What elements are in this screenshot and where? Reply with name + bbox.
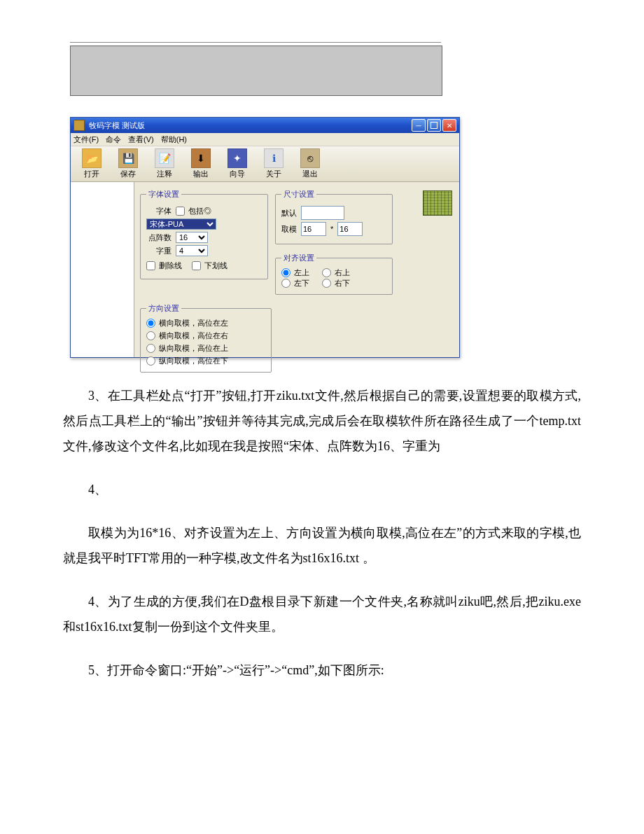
wizard-icon: ✦ — [227, 148, 247, 168]
info-icon: ℹ — [264, 148, 284, 168]
align-br-radio[interactable]: 右下 — [322, 278, 350, 289]
exit-icon: ⎋ — [300, 148, 320, 168]
font-select[interactable]: 宋体-PUA — [146, 218, 216, 230]
default-input[interactable] — [301, 206, 344, 220]
dir-legend: 方向设置 — [146, 303, 181, 314]
weight-select[interactable]: 4 — [176, 245, 208, 256]
about-button[interactable]: ℹ 关于 — [258, 148, 289, 180]
height-input[interactable] — [337, 222, 363, 236]
open-button[interactable]: 📂 打开 — [76, 148, 107, 180]
export-icon: ⬇ — [191, 148, 211, 168]
weight-label: 字重 — [146, 246, 172, 256]
separator-line — [70, 42, 441, 43]
dot-select[interactable]: 16 — [176, 232, 208, 243]
direction-settings-group: 方向设置 横向取模，高位在左 横向取模，高位在右 纵向取模，高位在上 纵向取模，… — [140, 303, 272, 373]
width-input[interactable] — [301, 222, 326, 236]
mul-label: * — [330, 225, 333, 233]
placeholder-gray-box — [70, 46, 442, 96]
menu-view[interactable]: 查看(V) — [128, 134, 154, 145]
menu-cmd[interactable]: 命令 — [106, 134, 121, 145]
paragraph-3: 3、在工具栏处点“打开”按钮,打开ziku.txt文件,然后根据自己的需要,设置… — [63, 383, 581, 459]
dir-o4-radio[interactable]: 纵向取模，高位在下 — [146, 356, 265, 366]
font-legend: 字体设置 — [146, 189, 181, 200]
paragraph-4a: 4、 — [63, 477, 581, 502]
save-icon: 💾 — [118, 148, 138, 168]
minimize-button[interactable]: ─ — [412, 119, 426, 132]
settings-panel: 字体设置 字体 包括◎ 宋体-PUA — [134, 182, 459, 357]
note-icon: 📝 — [155, 148, 174, 168]
app-icon — [74, 120, 85, 131]
dir-o1-radio[interactable]: 横向取模，高位在左 — [146, 318, 265, 328]
align-tl-radio[interactable]: 左上 — [281, 267, 309, 278]
left-tree-panel[interactable] — [71, 182, 134, 357]
take-label: 取模 — [281, 224, 297, 235]
dot-label: 点阵数 — [146, 232, 172, 243]
dir-o2-radio[interactable]: 横向取模，高位在右 — [146, 331, 265, 341]
align-settings-group: 对齐设置 左上 右上 左下 右下 — [275, 253, 393, 295]
export-button[interactable]: ⬇ 输出 — [186, 148, 216, 180]
font-settings-group: 字体设置 字体 包括◎ 宋体-PUA — [140, 189, 268, 279]
titlebar[interactable]: 牧码字模 测试版 ─ ✕ — [71, 118, 459, 133]
paragraph-4c: 4、为了生成的方便,我们在D盘根目录下新建一个文件夹,名称就叫ziku吧,然后,… — [63, 589, 581, 639]
menu-help[interactable]: 帮助(H) — [161, 134, 187, 145]
window-title: 牧码字模 测试版 — [89, 120, 412, 131]
document-body: 3、在工具栏处点“打开”按钮,打开ziku.txt文件,然后根据自己的需要,设置… — [63, 383, 581, 683]
paragraph-5: 5、打开命令窗口:“开始”->“运行”->“cmd”,如下图所示: — [63, 658, 581, 683]
app-window: 牧码字模 测试版 ─ ✕ 文件(F) 命令 查看(V) 帮助(H) 📂 打开 💾… — [70, 117, 460, 358]
paragraph-4b: 取模为为16*16、对齐设置为左上、方向设置为横向取模,高位在左”的方式来取的字… — [63, 520, 581, 571]
save-button[interactable]: 💾 保存 — [113, 148, 144, 180]
underline-checkbox[interactable]: 下划线 — [192, 260, 227, 271]
wizard-button[interactable]: ✦ 向导 — [222, 148, 253, 180]
align-legend: 对齐设置 — [281, 253, 316, 263]
font-label: 字体 — [146, 206, 172, 216]
folder-open-icon: 📂 — [82, 148, 102, 168]
menu-file[interactable]: 文件(F) — [74, 134, 99, 145]
close-button[interactable]: ✕ — [442, 119, 456, 132]
align-tr-radio[interactable]: 右上 — [322, 267, 350, 278]
include-checkbox[interactable]: 包括◎ — [176, 206, 211, 216]
size-settings-group: 尺寸设置 默认 取模 * — [275, 189, 393, 244]
strike-checkbox[interactable]: 删除线 — [146, 260, 182, 271]
size-legend: 尺寸设置 — [281, 189, 316, 200]
align-bl-radio[interactable]: 左下 — [281, 278, 309, 289]
note-button[interactable]: 📝 注释 — [149, 148, 180, 180]
menubar: 文件(F) 命令 查看(V) 帮助(H) — [71, 133, 459, 146]
toolbar: 📂 打开 💾 保存 📝 注释 ⬇ 输出 ✦ 向导 ℹ 关于 — [71, 146, 459, 182]
exit-button[interactable]: ⎋ 退出 — [295, 148, 326, 180]
default-label: 默认 — [281, 208, 297, 218]
glyph-preview — [423, 190, 452, 216]
dir-o3-radio[interactable]: 纵向取模，高位在上 — [146, 343, 265, 354]
maximize-button[interactable] — [427, 119, 441, 132]
